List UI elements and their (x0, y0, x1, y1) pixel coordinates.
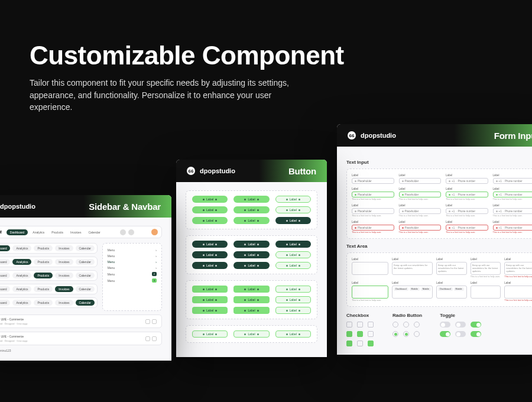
text-input-error[interactable]: Placeholder (352, 225, 394, 231)
toggle-on[interactable] (471, 322, 481, 328)
text-input-focused[interactable]: Placeholder (352, 192, 394, 197)
nav-item[interactable]: Products (49, 229, 66, 235)
button-dark[interactable]: Label (275, 217, 311, 224)
share-icon[interactable] (145, 336, 150, 341)
brand: 66 dpopstudio (0, 202, 35, 210)
button-square[interactable]: Label (192, 286, 228, 293)
user-label: Amino @amino123 (0, 349, 162, 352)
section-text-input: Text Input (346, 160, 532, 165)
nav-item[interactable]: Calendar (86, 229, 102, 235)
task-title: Create UI/E - Commerce (0, 317, 28, 321)
section-radio: Radio Button (392, 313, 422, 318)
menu-item-active[interactable]: Menu› (108, 259, 157, 265)
hero-subtitle: Tailor this component to fit your specif… (30, 77, 313, 113)
card-title: Sidebar & Navbar (89, 202, 161, 212)
section-toggle: Toggle (440, 313, 482, 318)
menu-item[interactable]: Menu› (108, 247, 157, 253)
phone-input[interactable]: +1·Phone number (493, 178, 533, 184)
card-sidebar-navbar: 66 dpopstudio Sidebar & Navbar xCRM Dash… (0, 195, 171, 361)
nav-item-active[interactable]: Dashboard (7, 229, 28, 235)
task-card[interactable]: Create UI/E - Commerce Completed · Desig… (0, 315, 162, 328)
checkbox-checked[interactable] (346, 331, 352, 337)
navbar-full: xCRM Dashboard Analytics Products Invoic… (0, 226, 162, 238)
card-button: 66 dpopstudio Button Label Label Label L… (176, 160, 327, 357)
card-title: Button (288, 166, 316, 176)
sidebar-menu-sample: Menu› Menu› Menu› Menu› Menu2 Menu3 (102, 243, 162, 311)
nav-item[interactable]: Analytics (30, 229, 47, 235)
phone-input[interactable]: +1·Phone number (446, 178, 488, 184)
nav-item[interactable]: Invoices (68, 229, 83, 235)
brand-logo-icon: 66 (187, 167, 195, 175)
text-input-cell: LabelPlaceholder (352, 174, 394, 184)
task-meta: Completed · Designed · #microapp (0, 322, 28, 325)
card-form-input: 66 dpopstudio Form Input Text Input Labe… (337, 124, 532, 355)
bell-icon[interactable] (128, 229, 134, 235)
button-primary[interactable]: Label (192, 196, 228, 203)
brand-logo-icon: 66 (348, 131, 356, 140)
brand: 66 dpopstudio (348, 131, 396, 140)
app-logo: xCRM (0, 230, 2, 234)
radio-selected[interactable] (392, 331, 398, 337)
avatar[interactable] (151, 229, 158, 235)
textarea[interactable] (352, 262, 388, 275)
more-icon[interactable] (152, 336, 157, 341)
brand: 66 dpopstudio (187, 167, 235, 175)
task-card[interactable]: Create UI/E - Commerce Completed · Desig… (0, 332, 162, 345)
button-outline[interactable]: Label (275, 196, 311, 203)
toggle[interactable] (440, 322, 450, 328)
share-icon[interactable] (145, 319, 150, 324)
more-icon[interactable] (152, 319, 157, 324)
text-input[interactable]: Placeholder (352, 178, 394, 184)
text-input[interactable]: Placeholder (399, 178, 442, 184)
radio[interactable] (392, 322, 398, 328)
checkbox[interactable] (346, 322, 352, 328)
hero-title: Customizable Component (30, 41, 344, 70)
search-icon[interactable] (120, 229, 126, 235)
card-title: Form Input (494, 131, 532, 141)
section-checkbox: Checkbox (346, 313, 375, 318)
section-text-area: Text Area (346, 244, 532, 249)
nav-pill[interactable]: Dashboard (0, 245, 10, 251)
